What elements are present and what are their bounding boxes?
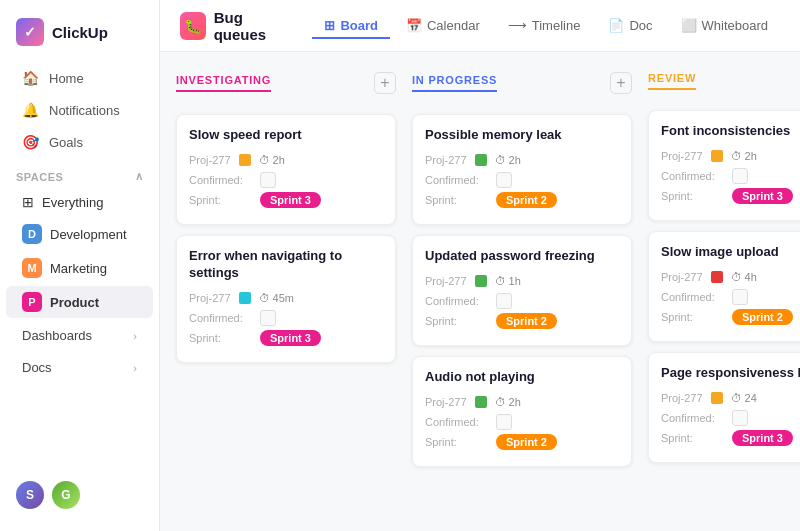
tab-board[interactable]: ⊞ Board <box>312 12 390 39</box>
card-confirmed-row: Confirmed: <box>425 414 619 430</box>
flag-green-icon <box>475 275 487 287</box>
column-review-title: REVIEW <box>648 72 696 90</box>
clock-icon: ⏱ <box>731 150 742 162</box>
sprint-label: Sprint: <box>189 194 254 206</box>
card-sprint-row: Sprint: Sprint 2 <box>425 313 619 329</box>
card-title: Possible memory leak <box>425 127 619 144</box>
card-slow-image-upload[interactable]: Slow image upload Proj-277 ⏱ 4h Confirme… <box>648 231 800 342</box>
card-confirmed-row: Confirmed: <box>661 410 800 426</box>
card-title: Slow image upload <box>661 244 800 261</box>
sidebar-item-goals-label: Goals <box>49 135 83 150</box>
column-inprogress-header: IN PROGRESS + <box>412 72 632 102</box>
card-time: ⏱ 1h <box>495 275 521 287</box>
tab-doc[interactable]: 📄 Doc <box>596 12 664 39</box>
card-error-navigating[interactable]: Error when navigating to settings Proj-2… <box>176 235 396 363</box>
card-slow-speed-report[interactable]: Slow speed report Proj-277 ⏱ 2h Confirme… <box>176 114 396 225</box>
card-password-freezing[interactable]: Updated password freezing Proj-277 ⏱ 1h … <box>412 235 632 346</box>
card-meta: Proj-277 ⏱ 2h <box>661 150 800 162</box>
confirm-checkbox[interactable] <box>496 172 512 188</box>
flag-yellow-icon <box>711 150 723 162</box>
sidebar-item-everything-label: Everything <box>42 195 103 210</box>
confirm-checkbox[interactable] <box>260 172 276 188</box>
sidebar-item-dashboards[interactable]: Dashboards › <box>6 321 153 350</box>
flag-red-icon <box>711 271 723 283</box>
card-proj: Proj-277 <box>189 154 231 166</box>
sidebar-item-notifications[interactable]: 🔔 Notifications <box>6 95 153 125</box>
flag-teal-icon <box>239 292 251 304</box>
card-memory-leak[interactable]: Possible memory leak Proj-277 ⏱ 2h Confi… <box>412 114 632 225</box>
sprint-label: Sprint: <box>661 190 726 202</box>
spaces-section-label: Spaces ∧ <box>0 158 159 187</box>
card-proj: Proj-277 <box>189 292 231 304</box>
card-meta: Proj-277 ⏱ 2h <box>425 396 619 408</box>
sprint-badge: Sprint 3 <box>732 430 793 446</box>
sidebar-item-development[interactable]: D Development <box>6 218 153 250</box>
home-icon: 🏠 <box>22 70 39 86</box>
sidebar-item-everything[interactable]: ⊞ Everything <box>6 188 153 216</box>
confirm-checkbox[interactable] <box>732 168 748 184</box>
card-confirmed-row: Confirmed: <box>189 310 383 326</box>
board-tab-icon: ⊞ <box>324 18 335 33</box>
flag-yellow-icon <box>239 154 251 166</box>
sidebar-item-marketing-label: Marketing <box>50 261 107 276</box>
sidebar-item-docs[interactable]: Docs › <box>6 353 153 382</box>
bell-icon: 🔔 <box>22 102 39 118</box>
tab-whiteboard[interactable]: ⬜ Whiteboard <box>669 12 780 39</box>
sidebar-item-marketing[interactable]: M Marketing <box>6 252 153 284</box>
card-sprint-row: Sprint: Sprint 3 <box>189 192 383 208</box>
column-investigating-add[interactable]: + <box>374 72 396 94</box>
card-proj: Proj-277 <box>661 271 703 283</box>
page-title: Bug queues <box>214 9 293 43</box>
main-content: 🐛 Bug queues ⊞ Board 📅 Calendar ⟶ Timeli… <box>160 0 800 531</box>
sprint-label: Sprint: <box>425 436 490 448</box>
sprint-badge: Sprint 3 <box>732 188 793 204</box>
clock-icon: ⏱ <box>731 271 742 283</box>
tab-calendar[interactable]: 📅 Calendar <box>394 12 492 39</box>
confirm-checkbox[interactable] <box>496 293 512 309</box>
sidebar-item-home[interactable]: 🏠 Home <box>6 63 153 93</box>
card-sprint-row: Sprint: Sprint 2 <box>425 192 619 208</box>
card-title: Slow speed report <box>189 127 383 144</box>
flag-yellow-icon <box>711 392 723 404</box>
card-font-inconsistencies[interactable]: Font inconsistencies Proj-277 ⏱ 2h Confi… <box>648 110 800 221</box>
timeline-tab-label: Timeline <box>532 18 581 33</box>
tab-timeline[interactable]: ⟶ Timeline <box>496 12 593 39</box>
card-sprint-row: Sprint: Sprint 2 <box>425 434 619 450</box>
sidebar-item-home-label: Home <box>49 71 84 86</box>
card-confirmed-row: Confirmed: <box>189 172 383 188</box>
card-page-responsiveness[interactable]: Page responsiveness Issue Proj-277 ⏱ 24 … <box>648 352 800 463</box>
card-proj: Proj-277 <box>425 275 467 287</box>
avatar-secondary[interactable]: G <box>52 481 80 509</box>
doc-tab-label: Doc <box>629 18 652 33</box>
confirm-checkbox[interactable] <box>732 410 748 426</box>
logo-text: ClickUp <box>52 24 108 41</box>
header-title-group: 🐛 Bug queues <box>180 9 292 43</box>
confirm-checkbox[interactable] <box>496 414 512 430</box>
timeline-tab-icon: ⟶ <box>508 18 527 33</box>
card-meta: Proj-277 ⏱ 2h <box>425 154 619 166</box>
sidebar-item-goals[interactable]: 🎯 Goals <box>6 127 153 157</box>
clock-icon: ⏱ <box>259 292 270 304</box>
card-meta: Proj-277 ⏱ 2h <box>189 154 383 166</box>
card-confirmed-row: Confirmed: <box>661 168 800 184</box>
confirm-checkbox[interactable] <box>260 310 276 326</box>
column-inprogress-add[interactable]: + <box>610 72 632 94</box>
card-proj: Proj-277 <box>661 150 703 162</box>
sidebar-item-product[interactable]: P Product <box>6 286 153 318</box>
card-confirmed-row: Confirmed: <box>661 289 800 305</box>
card-time: ⏱ 4h <box>731 271 757 283</box>
docs-label: Docs <box>22 360 52 375</box>
card-time: ⏱ 2h <box>495 154 521 166</box>
card-meta: Proj-277 ⏱ 1h <box>425 275 619 287</box>
clock-icon: ⏱ <box>731 392 742 404</box>
avatar-s[interactable]: S <box>16 481 44 509</box>
sprint-label: Sprint: <box>425 194 490 206</box>
sprint-badge: Sprint 3 <box>260 330 321 346</box>
card-title: Error when navigating to settings <box>189 248 383 282</box>
card-audio-not-playing[interactable]: Audio not playing Proj-277 ⏱ 2h Confirme… <box>412 356 632 467</box>
docs-chevron: › <box>133 362 137 374</box>
confirmed-label: Confirmed: <box>661 170 726 182</box>
confirm-checkbox[interactable] <box>732 289 748 305</box>
sprint-badge: Sprint 2 <box>732 309 793 325</box>
card-confirmed-row: Confirmed: <box>425 293 619 309</box>
